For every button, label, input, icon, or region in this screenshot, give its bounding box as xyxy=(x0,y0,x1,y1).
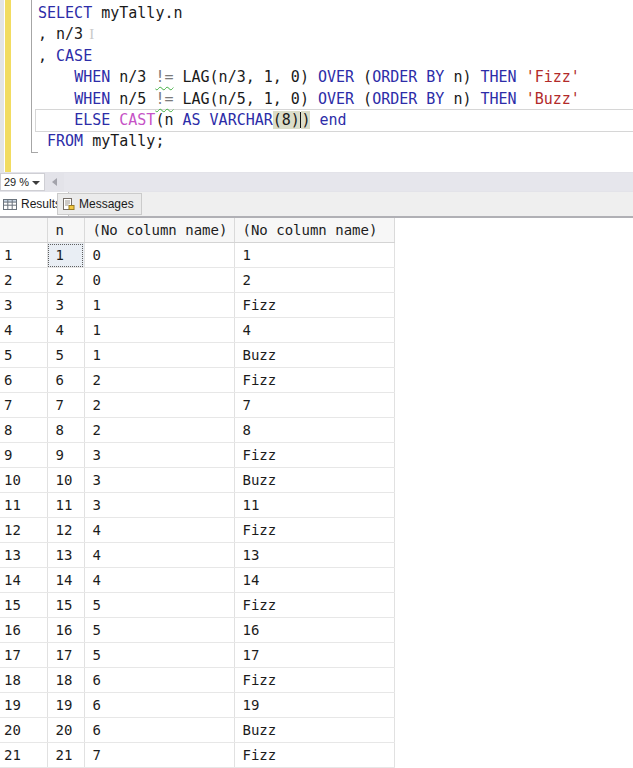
grid-cell[interactable]: 6 xyxy=(84,668,234,693)
grid-cell[interactable]: 17 xyxy=(234,643,394,668)
row-header[interactable]: 4 xyxy=(0,318,47,343)
code-line[interactable]: , n/3 xyxy=(38,24,633,45)
grid-cell[interactable]: Buzz xyxy=(234,343,394,368)
grid-cell[interactable]: 13 xyxy=(47,543,84,568)
code-area[interactable]: SELECT myTally.n, n/3, CASE WHEN n/3 != … xyxy=(38,3,633,153)
grid-cell[interactable]: 5 xyxy=(47,343,84,368)
grid-cell[interactable]: 4 xyxy=(84,568,234,593)
row-header[interactable]: 13 xyxy=(0,543,47,568)
code-line[interactable]: , CASE xyxy=(38,46,633,67)
grid-cell[interactable]: 4 xyxy=(84,543,234,568)
grid-cell[interactable]: Fizz xyxy=(234,668,394,693)
grid-cell[interactable]: 6 xyxy=(47,368,84,393)
code-line[interactable]: WHEN n/3 != LAG(n/3, 1, 0) OVER (ORDER B… xyxy=(38,67,633,88)
row-header[interactable]: 21 xyxy=(0,743,47,768)
tab-messages[interactable]: Messages xyxy=(57,193,142,215)
row-header[interactable]: 2 xyxy=(0,268,47,293)
grid-cell[interactable]: 11 xyxy=(47,493,84,518)
grid-cell[interactable]: Fizz xyxy=(234,368,394,393)
row-header[interactable]: 19 xyxy=(0,693,47,718)
grid-cell[interactable]: 19 xyxy=(47,693,84,718)
grid-cell[interactable]: 9 xyxy=(47,443,84,468)
grid-cell[interactable]: 3 xyxy=(84,468,234,493)
grid-cell[interactable]: 7 xyxy=(84,743,234,768)
code-line[interactable]: FROM myTally; xyxy=(38,131,633,152)
grid-cell[interactable]: 14 xyxy=(47,568,84,593)
grid-cell[interactable]: 2 xyxy=(84,368,234,393)
grid-cell[interactable]: 6 xyxy=(84,718,234,743)
code-line[interactable]: SELECT myTally.n xyxy=(38,3,633,24)
grid-cell[interactable]: 4 xyxy=(47,318,84,343)
grid-cell[interactable]: 5 xyxy=(84,643,234,668)
hscroll-track[interactable] xyxy=(64,173,633,191)
grid-cell[interactable]: 5 xyxy=(84,593,234,618)
grid-cell[interactable]: 16 xyxy=(47,618,84,643)
grid-cell[interactable]: 1 xyxy=(84,343,234,368)
grid-cell[interactable]: 13 xyxy=(234,543,394,568)
row-header[interactable]: 1 xyxy=(0,243,47,268)
grid-cell[interactable]: 7 xyxy=(234,393,394,418)
row-header[interactable]: 9 xyxy=(0,443,47,468)
grid-cell[interactable]: 1 xyxy=(84,318,234,343)
grid-cell[interactable]: 6 xyxy=(84,693,234,718)
grid-cell[interactable]: 3 xyxy=(84,443,234,468)
grid-cell[interactable]: 8 xyxy=(234,418,394,443)
row-header[interactable]: 5 xyxy=(0,343,47,368)
grid-cell[interactable]: 1 xyxy=(84,293,234,318)
grid-cell[interactable]: 0 xyxy=(84,268,234,293)
row-header[interactable]: 8 xyxy=(0,418,47,443)
grid-cell[interactable]: 19 xyxy=(234,693,394,718)
grid-cell[interactable]: 3 xyxy=(47,293,84,318)
grid-cell[interactable]: 10 xyxy=(47,468,84,493)
grid-cell[interactable]: 4 xyxy=(84,518,234,543)
grid-cell[interactable]: 8 xyxy=(47,418,84,443)
grid-cell[interactable]: 14 xyxy=(234,568,394,593)
grid-cell[interactable]: 2 xyxy=(47,268,84,293)
row-header[interactable]: 18 xyxy=(0,668,47,693)
grid-cell[interactable]: 12 xyxy=(47,518,84,543)
grid-cell[interactable]: 1 xyxy=(234,243,394,268)
column-header[interactable]: (No column name) xyxy=(234,218,394,243)
grid-cell[interactable]: 4 xyxy=(234,318,394,343)
grid-cell[interactable]: 16 xyxy=(234,618,394,643)
grid-cell[interactable]: Fizz xyxy=(234,443,394,468)
row-header[interactable]: 10 xyxy=(0,468,47,493)
grid-cell[interactable]: 2 xyxy=(84,393,234,418)
row-header[interactable]: 3 xyxy=(0,293,47,318)
grid-cell[interactable]: 11 xyxy=(234,493,394,518)
grid-cell[interactable]: 2 xyxy=(84,418,234,443)
grid-cell[interactable]: 15 xyxy=(47,593,84,618)
grid-cell[interactable]: 5 xyxy=(84,618,234,643)
grid-cell[interactable]: Fizz xyxy=(234,518,394,543)
row-header[interactable]: 11 xyxy=(0,493,47,518)
row-header[interactable]: 16 xyxy=(0,618,47,643)
grid-cell[interactable]: 1 xyxy=(47,243,84,268)
chevron-down-icon[interactable] xyxy=(32,181,40,185)
code-line[interactable]: ELSE CAST(n AS VARCHAR(8)) end xyxy=(36,110,633,131)
grid-cell[interactable]: 2 xyxy=(234,268,394,293)
row-header[interactable]: 6 xyxy=(0,368,47,393)
row-header[interactable]: 15 xyxy=(0,593,47,618)
grid-cell[interactable]: 17 xyxy=(47,643,84,668)
grid-corner[interactable] xyxy=(0,218,47,243)
grid-cell[interactable]: Buzz xyxy=(234,468,394,493)
grid-cell[interactable]: Buzz xyxy=(234,718,394,743)
grid-cell[interactable]: 0 xyxy=(84,243,234,268)
zoom-level-combo[interactable]: 29 % xyxy=(0,173,45,191)
grid-cell[interactable]: 3 xyxy=(84,493,234,518)
grid-cell[interactable]: 21 xyxy=(47,743,84,768)
row-header[interactable]: 7 xyxy=(0,393,47,418)
grid-cell[interactable]: 7 xyxy=(47,393,84,418)
column-header[interactable]: (No column name) xyxy=(84,218,234,243)
sql-editor[interactable]: SELECT myTally.n, n/3, CASE WHEN n/3 != … xyxy=(0,0,633,172)
row-header[interactable]: 17 xyxy=(0,643,47,668)
row-header[interactable]: 20 xyxy=(0,718,47,743)
grid-cell[interactable]: Fizz xyxy=(234,293,394,318)
row-header[interactable]: 12 xyxy=(0,518,47,543)
grid-cell[interactable]: Fizz xyxy=(234,743,394,768)
column-header[interactable]: n xyxy=(47,218,84,243)
hscroll-left-button[interactable] xyxy=(48,173,64,191)
code-line[interactable]: WHEN n/5 != LAG(n/5, 1, 0) OVER (ORDER B… xyxy=(38,89,633,110)
grid-cell[interactable]: 18 xyxy=(47,668,84,693)
row-header[interactable]: 14 xyxy=(0,568,47,593)
